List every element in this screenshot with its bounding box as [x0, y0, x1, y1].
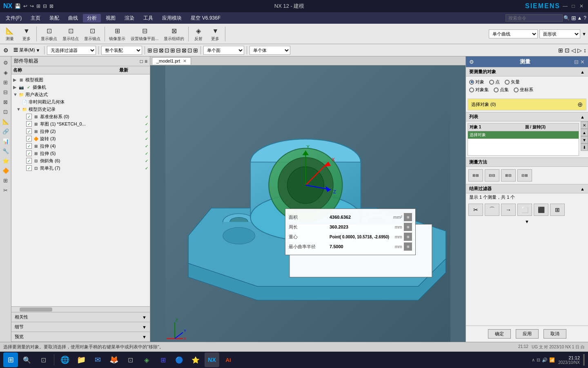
menu-home[interactable]: 主页: [27, 14, 45, 22]
list-row-1[interactable]: 选择对象: [468, 131, 579, 139]
tree-item-revolve3[interactable]: ✓ 🔶 旋转 (3) ✓: [11, 135, 150, 142]
search-input[interactable]: [506, 14, 563, 22]
taskview-button[interactable]: ⊡: [36, 352, 51, 367]
t2-icon-6[interactable]: ⊟: [176, 47, 181, 54]
t2-right-icon-4[interactable]: ▷: [577, 47, 582, 54]
layout-icon[interactable]: ⊞: [571, 15, 576, 21]
tree-check-sketch[interactable]: ✓: [26, 121, 32, 127]
app3-button[interactable]: ⊞: [156, 352, 170, 367]
app5-button[interactable]: ⭐: [188, 352, 203, 367]
target-section-header[interactable]: 要测量的对象 ▲: [466, 67, 588, 76]
filter-btn-5[interactable]: ⬛: [534, 204, 548, 216]
menu-dropdown[interactable]: ☰ 菜单(M) ▼: [12, 46, 42, 54]
left-icon-12[interactable]: 🔶: [1, 166, 10, 175]
toolbar-icon-misc2[interactable]: ⊟: [43, 3, 47, 9]
left-icon-4[interactable]: ⊟: [1, 88, 10, 96]
list-up-btn[interactable]: ▲: [581, 129, 588, 136]
start-button[interactable]: ⊞: [3, 352, 18, 367]
more-button-1[interactable]: ▼ 更多: [18, 25, 35, 43]
left-icon-13[interactable]: ⊞: [1, 176, 10, 185]
mirror-display-button[interactable]: ⊞ 镜像显示: [107, 25, 128, 43]
toolbar-icon-misc3[interactable]: ⊠: [49, 3, 53, 9]
measure-icon-area[interactable]: ⊞: [404, 213, 412, 221]
ai-taskbar-button[interactable]: Ai: [221, 352, 236, 367]
method-section-header[interactable]: 测量方法: [466, 157, 588, 167]
show-nodes-button[interactable]: ⊡ 显示结点: [60, 25, 81, 43]
tree-check-extrude5[interactable]: ✓: [26, 150, 32, 156]
list-bottom-btn[interactable]: ⬇: [581, 144, 588, 151]
left-icon-14[interactable]: ✂: [1, 186, 10, 195]
radio-object[interactable]: 对象: [469, 79, 484, 85]
expand-icon[interactable]: ▲: [577, 15, 582, 21]
tree-check-extrude4[interactable]: ✓: [26, 143, 32, 149]
help-icon[interactable]: ?: [584, 15, 586, 21]
t2-icon-2[interactable]: ⊟: [153, 47, 158, 54]
radio-point[interactable]: 点: [489, 79, 500, 85]
toolbar-icon-redo[interactable]: ↪: [30, 3, 34, 9]
tree-item-nontimestamp[interactable]: 📄 非时间戳记几何体: [11, 98, 150, 105]
tree-item-extrude5[interactable]: ✓ ⊞ 拉伸 (5) ✓: [11, 150, 150, 157]
tree-item-extrude4[interactable]: ✓ ⊞ 拉伸 (4) ✓: [11, 142, 150, 150]
filter-section-header[interactable]: 结果过滤器 ▲: [466, 184, 588, 193]
minimize-button[interactable]: —: [562, 3, 568, 9]
method-btn-4[interactable]: ⊟⊞: [517, 169, 532, 182]
face-select[interactable]: 单个面: [203, 46, 244, 55]
app2-button[interactable]: ◈: [139, 352, 154, 367]
app4-button[interactable]: 🔵: [172, 352, 187, 367]
filter-btn-6[interactable]: ⊞: [550, 204, 565, 216]
tree-check-extrude2[interactable]: ✓: [26, 128, 32, 134]
maximize-button[interactable]: □: [570, 3, 577, 9]
body-select[interactable]: 单个体: [249, 46, 290, 55]
show-mirror-button[interactable]: ⊡ 显示镜点: [82, 25, 103, 43]
measure-icon-centroid[interactable]: ⊞: [404, 233, 412, 241]
shape-select-2[interactable]: 面形状: [539, 29, 580, 38]
left-icon-7[interactable]: 📐: [1, 117, 10, 126]
left-icon-9[interactable]: 📊: [1, 137, 10, 146]
left-icon-3[interactable]: ⊞: [1, 78, 10, 87]
radio-vector[interactable]: 矢量: [505, 79, 520, 85]
tray-icon-1[interactable]: ∧: [532, 357, 535, 363]
t2-icon-8[interactable]: ⊡: [187, 47, 192, 54]
menu-render[interactable]: 渲染: [120, 14, 138, 22]
t2-icon-4[interactable]: ⊡: [165, 47, 169, 54]
method-btn-2[interactable]: ⊟⊟: [485, 169, 499, 182]
show-desktop-btn[interactable]: [583, 354, 585, 366]
left-icon-1[interactable]: ⚙: [1, 58, 10, 67]
tree-item-datum[interactable]: ✓ ⊞ 基准坐标系 (0) ✓: [11, 113, 150, 120]
set-mirror-button[interactable]: ⊟ 设置镜像平面...: [128, 25, 161, 43]
method-btn-3[interactable]: ⊞⊟: [501, 169, 516, 182]
radio-coord[interactable]: 坐标系: [514, 87, 533, 93]
t2-icon-9[interactable]: ⊞: [193, 47, 198, 54]
tray-icon-2[interactable]: ⊟: [537, 357, 540, 363]
measure-icon-radius[interactable]: ⊞: [404, 242, 412, 251]
menu-tools[interactable]: 工具: [139, 14, 157, 22]
tree-item-history[interactable]: ▼ 📁 模型历史记录: [11, 105, 150, 113]
tree-check-chamfer6[interactable]: ✓: [26, 158, 32, 164]
menu-curve[interactable]: 曲线: [64, 14, 82, 22]
shape-select-1[interactable]: 单个曲线: [489, 29, 538, 38]
edge-button[interactable]: 🌐: [58, 352, 72, 367]
left-icon-11[interactable]: ⭐: [1, 156, 10, 165]
mail-button[interactable]: ✉: [90, 352, 105, 367]
tree-item-userexpr[interactable]: ▼ 📁 用户表达式: [11, 91, 150, 98]
radio-objset[interactable]: 对象集: [469, 87, 489, 93]
t2-right-icon-3[interactable]: ◁: [571, 47, 576, 54]
tray-icon-4[interactable]: 📶: [549, 357, 555, 363]
t2-icon-1[interactable]: ⊞: [147, 47, 152, 54]
toolbar-icon-save[interactable]: 💾: [15, 3, 21, 9]
filter-btn-3[interactable]: →: [501, 204, 516, 216]
ok-button[interactable]: 确定: [488, 329, 511, 339]
menu-view[interactable]: 视图: [102, 14, 120, 22]
explorer-button[interactable]: 📁: [74, 352, 89, 367]
tree-check-hole7[interactable]: ✓: [26, 165, 32, 171]
t2-icon-3[interactable]: ⊠: [159, 47, 164, 54]
settings-icon[interactable]: ⚙: [2, 46, 10, 54]
apply-button[interactable]: 应用: [516, 329, 539, 339]
firefox-button[interactable]: 🦊: [107, 352, 121, 367]
left-icon-2[interactable]: ◈: [1, 68, 10, 77]
t2-icon-5[interactable]: ⊞: [170, 47, 175, 54]
clock-area[interactable]: 21:12 2023/10/NX: [558, 355, 580, 365]
menu-apps[interactable]: 应用模块: [158, 14, 186, 22]
section-detail[interactable]: 细节 ▼: [11, 322, 150, 332]
panel-close-button[interactable]: ✕: [580, 59, 585, 65]
